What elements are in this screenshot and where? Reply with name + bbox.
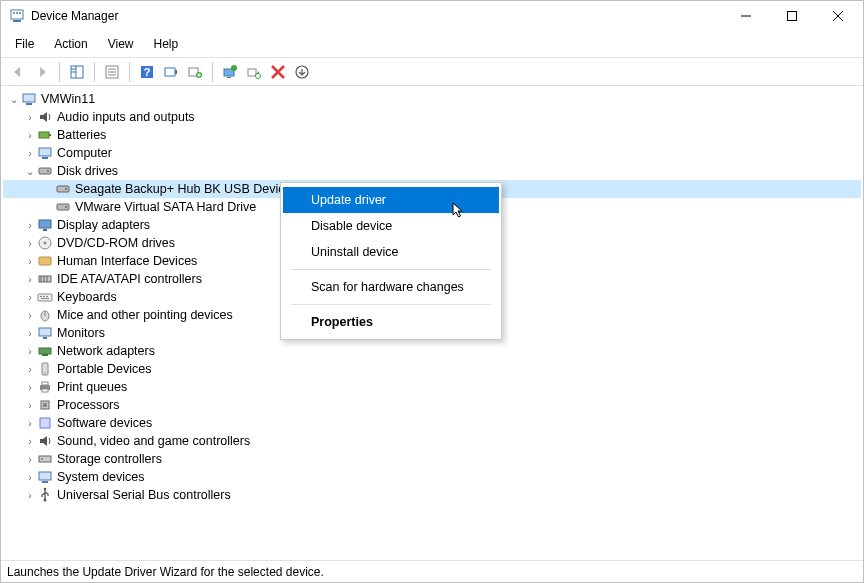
svg-rect-49 [39, 257, 51, 265]
node-label: Display adapters [57, 218, 150, 232]
chevron-right-icon[interactable]: › [23, 326, 37, 340]
tree-root[interactable]: ⌄ VMWin11 [3, 90, 861, 108]
chevron-right-icon[interactable]: › [23, 254, 37, 268]
tree-category-disk-drives[interactable]: ⌄ Disk drives [3, 162, 861, 180]
scan-hardware-button[interactable] [160, 61, 182, 83]
tree-category-software[interactable]: › Software devices [3, 414, 861, 432]
svg-rect-73 [39, 456, 51, 462]
svg-rect-36 [49, 134, 51, 136]
mouse-icon [37, 307, 53, 323]
chevron-right-icon[interactable]: › [23, 380, 37, 394]
chevron-right-icon[interactable]: › [23, 398, 37, 412]
chevron-right-icon[interactable]: › [23, 416, 37, 430]
enable-device-button[interactable] [291, 61, 313, 83]
chevron-right-icon[interactable]: › [23, 272, 37, 286]
maximize-button[interactable] [769, 1, 815, 31]
uninstall-device-button[interactable] [267, 61, 289, 83]
tree-category-sound[interactable]: › Sound, video and game controllers [3, 432, 861, 450]
svg-rect-6 [788, 12, 797, 21]
svg-point-3 [16, 12, 18, 14]
system-icon [37, 469, 53, 485]
node-label: Seagate Backup+ Hub BK USB Device [75, 182, 291, 196]
tree-category-portable[interactable]: › Portable Devices [3, 360, 861, 378]
display-icon [37, 217, 53, 233]
chevron-down-icon[interactable]: ⌄ [23, 164, 37, 178]
svg-point-27 [231, 65, 237, 71]
svg-point-2 [13, 12, 15, 14]
add-legacy-button[interactable] [184, 61, 206, 83]
svg-rect-75 [39, 472, 51, 480]
svg-rect-37 [39, 148, 51, 156]
context-scan-hardware[interactable]: Scan for hardware changes [283, 274, 499, 300]
node-label: Computer [57, 146, 112, 160]
update-driver-button[interactable] [219, 61, 241, 83]
chevron-right-icon[interactable]: › [23, 470, 37, 484]
svg-rect-41 [57, 186, 69, 192]
chevron-down-icon[interactable]: ⌄ [7, 92, 21, 106]
svg-rect-35 [39, 132, 49, 138]
menu-action[interactable]: Action [44, 33, 97, 55]
chevron-right-icon[interactable]: › [23, 308, 37, 322]
svg-rect-38 [42, 157, 48, 159]
node-label: VMware Virtual SATA Hard Drive [75, 200, 256, 214]
context-disable-device[interactable]: Disable device [283, 213, 499, 239]
svg-point-40 [47, 170, 49, 172]
context-update-driver[interactable]: Update driver [283, 187, 499, 213]
tree-category-system[interactable]: › System devices [3, 468, 861, 486]
cpu-icon [37, 397, 53, 413]
svg-rect-26 [227, 77, 231, 78]
node-label: Print queues [57, 380, 127, 394]
svg-point-42 [65, 188, 67, 190]
menu-help[interactable]: Help [144, 33, 189, 55]
chevron-right-icon[interactable]: › [23, 110, 37, 124]
context-uninstall-device[interactable]: Uninstall device [283, 239, 499, 265]
svg-rect-56 [43, 296, 45, 297]
tree-category-batteries[interactable]: › Batteries [3, 126, 861, 144]
minimize-button[interactable] [723, 1, 769, 31]
node-label: Universal Serial Bus controllers [57, 488, 231, 502]
chevron-right-icon[interactable]: › [23, 434, 37, 448]
computer-icon [37, 145, 53, 161]
svg-rect-71 [43, 403, 47, 407]
chevron-right-icon[interactable]: › [23, 236, 37, 250]
help-button[interactable]: ? [136, 61, 158, 83]
tree-category-storage[interactable]: › Storage controllers [3, 450, 861, 468]
node-label: DVD/CD-ROM drives [57, 236, 175, 250]
dvd-icon [37, 235, 53, 251]
forward-button[interactable] [31, 61, 53, 83]
menu-file[interactable]: File [5, 33, 44, 55]
tree-category-computer[interactable]: › Computer [3, 144, 861, 162]
tree-category-audio[interactable]: › Audio inputs and outputs [3, 108, 861, 126]
disable-device-button[interactable] [243, 61, 265, 83]
tree-category-processors[interactable]: › Processors [3, 396, 861, 414]
svg-rect-39 [39, 168, 51, 174]
svg-rect-57 [46, 296, 48, 297]
svg-text:?: ? [144, 66, 151, 78]
tree-category-usb[interactable]: › Universal Serial Bus controllers [3, 486, 861, 504]
chevron-right-icon[interactable]: › [23, 218, 37, 232]
menu-view[interactable]: View [98, 33, 144, 55]
tree-category-print-queues[interactable]: › Print queues [3, 378, 861, 396]
svg-rect-69 [42, 389, 48, 392]
chevron-right-icon[interactable]: › [23, 128, 37, 142]
svg-point-44 [65, 206, 67, 208]
chevron-right-icon[interactable]: › [23, 146, 37, 160]
printer-icon [37, 379, 53, 395]
node-label: Audio inputs and outputs [57, 110, 195, 124]
back-button[interactable] [7, 61, 29, 83]
svg-rect-54 [38, 294, 52, 301]
titlebar: Device Manager [1, 1, 863, 31]
show-hide-tree-button[interactable] [66, 61, 88, 83]
context-properties[interactable]: Properties [283, 309, 499, 335]
tree-category-network[interactable]: › Network adapters [3, 342, 861, 360]
close-button[interactable] [815, 1, 861, 31]
chevron-right-icon[interactable]: › [23, 488, 37, 502]
chevron-right-icon[interactable]: › [23, 344, 37, 358]
properties-button[interactable] [101, 61, 123, 83]
node-label: Keyboards [57, 290, 117, 304]
node-label: VMWin11 [41, 92, 95, 106]
chevron-right-icon[interactable]: › [23, 452, 37, 466]
chevron-right-icon[interactable]: › [23, 362, 37, 376]
chevron-right-icon[interactable]: › [23, 290, 37, 304]
svg-rect-34 [26, 103, 32, 105]
